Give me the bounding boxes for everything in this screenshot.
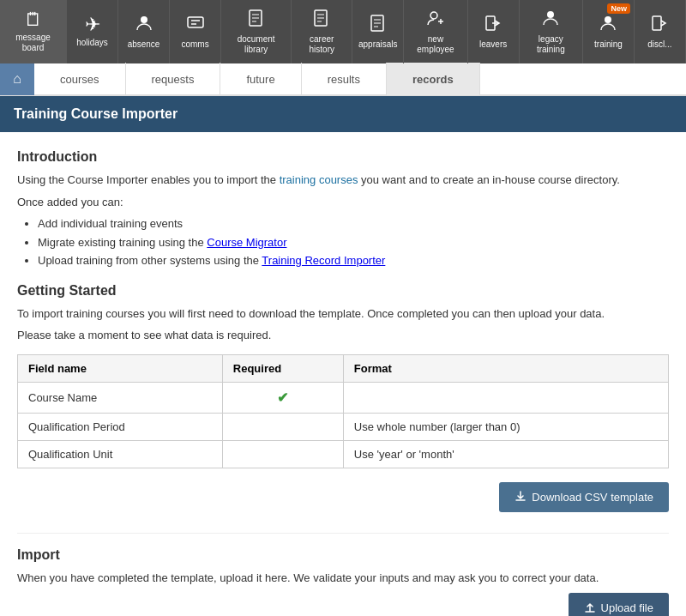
training-record-importer-link[interactable]: Training Record Importer — [262, 254, 385, 267]
nav-label-training: training — [594, 39, 623, 50]
format-qual-unit: Use 'year' or 'month' — [343, 440, 668, 468]
message-board-icon: 🗒 — [24, 10, 43, 29]
nav-label-career-history: career history — [300, 34, 343, 55]
page-title: Training Course Importer — [14, 106, 178, 121]
import-title: Import — [17, 547, 669, 563]
section-divider — [17, 533, 669, 534]
nav-label-message-board: message board — [9, 33, 57, 53]
training-icon — [599, 14, 617, 36]
getting-started-title: Getting Started — [17, 283, 669, 299]
upload-icon — [584, 602, 596, 614]
field-name-qual-period: Qualification Period — [18, 413, 223, 440]
nav-item-message-board[interactable]: 🗒 message board — [0, 0, 67, 63]
field-table: Field name Required Format Course Name ✔… — [17, 354, 669, 468]
table-row: Qualification Unit Use 'year' or 'month' — [18, 440, 669, 468]
holidays-icon: ✈ — [85, 15, 100, 34]
upload-file-button[interactable]: Upload file — [569, 593, 669, 616]
import-paragraph: When you have completed the template, up… — [17, 570, 669, 587]
list-item-1: Add individual training events — [38, 215, 669, 233]
nav-label-discl: discl... — [647, 39, 671, 50]
svg-point-5 — [430, 12, 437, 19]
required-qual-unit — [222, 440, 343, 468]
home-icon: ⌂ — [13, 71, 21, 87]
svg-point-7 — [547, 11, 554, 18]
leavers-icon — [484, 14, 502, 36]
table-header-row: Field name Required Format — [18, 354, 669, 382]
nav-item-absence[interactable]: absence — [118, 0, 170, 63]
nav-label-document-library: document library — [230, 34, 282, 55]
home-button[interactable]: ⌂ — [0, 63, 34, 95]
legacy-training-icon — [541, 9, 560, 31]
absence-icon — [135, 14, 153, 36]
upload-btn-row: Upload file — [17, 593, 669, 616]
nav-label-new-employee: new employee — [412, 34, 458, 55]
tab-records[interactable]: records — [387, 63, 480, 95]
download-btn-row: Download CSV template — [17, 482, 669, 512]
download-csv-button[interactable]: Download CSV template — [499, 482, 669, 512]
svg-rect-1 — [188, 17, 203, 27]
nav-label-comms: comms — [181, 39, 208, 50]
nav-item-leavers[interactable]: leavers — [468, 0, 520, 63]
list-item-3: Upload training from other systems using… — [38, 252, 669, 269]
field-name-qual-unit: Qualification Unit — [18, 440, 223, 468]
svg-rect-9 — [653, 16, 661, 30]
document-library-icon — [247, 9, 266, 31]
table-row: Course Name ✔ — [18, 382, 669, 413]
getting-started-paragraph1: To import training courses you will firs… — [17, 305, 669, 323]
nav-item-document-library[interactable]: document library — [221, 0, 292, 63]
discl-icon — [650, 14, 669, 36]
nav-item-legacy-training[interactable]: legacy training — [520, 0, 583, 63]
required-course-name: ✔ — [222, 382, 343, 413]
introduction-subtext: Once added you can: — [17, 194, 669, 211]
new-employee-icon — [426, 9, 445, 31]
checkmark-icon: ✔ — [277, 390, 288, 405]
svg-point-0 — [141, 16, 147, 23]
nav-label-legacy-training: legacy training — [528, 34, 574, 55]
comms-icon — [186, 14, 205, 36]
introduction-title: Introduction — [17, 149, 669, 165]
nav-label-appraisals: appraisals — [358, 39, 398, 50]
nav-item-appraisals[interactable]: appraisals — [352, 0, 404, 63]
required-qual-period — [222, 413, 343, 440]
course-migrator-link[interactable]: Course Migrator — [207, 236, 286, 249]
svg-point-8 — [605, 16, 611, 23]
main-content: Introduction Using the Course Importer e… — [0, 132, 686, 616]
nav-item-comms[interactable]: comms — [170, 0, 221, 63]
nav-item-career-history[interactable]: career history — [292, 0, 352, 63]
tab-requests[interactable]: requests — [126, 63, 221, 95]
nav-label-leavers: leavers — [479, 39, 507, 50]
introduction-paragraph: Using the Course Importer enables you to… — [17, 172, 669, 189]
career-history-icon — [312, 9, 331, 31]
upload-btn-label: Upload file — [601, 601, 653, 614]
format-course-name — [343, 382, 668, 413]
nav-item-holidays[interactable]: ✈ holidays — [67, 0, 118, 63]
tab-courses[interactable]: courses — [34, 63, 126, 95]
feature-list: Add individual training events Migrate e… — [38, 215, 669, 269]
nav-label-holidays: holidays — [76, 38, 108, 48]
field-name-course-name: Course Name — [18, 382, 223, 413]
nav-item-training[interactable]: New training — [583, 0, 635, 63]
download-btn-label: Download CSV template — [532, 491, 653, 504]
top-navigation: 🗒 message board ✈ holidays absence comms… — [0, 0, 686, 63]
page-header: Training Course Importer — [0, 96, 686, 132]
download-icon — [514, 491, 527, 503]
new-badge: New — [607, 3, 630, 14]
tab-future[interactable]: future — [220, 63, 301, 95]
tab-results[interactable]: results — [302, 63, 387, 95]
table-row: Qualification Period Use whole number (l… — [18, 413, 669, 440]
list-item-2: Migrate existing training using the Cour… — [38, 234, 669, 251]
appraisals-icon — [369, 14, 388, 36]
col-required: Required — [222, 354, 343, 382]
col-format: Format — [343, 354, 668, 382]
nav-item-discl[interactable]: discl... — [635, 0, 686, 63]
col-field-name: Field name — [18, 354, 223, 382]
secondary-navigation: ⌂ courses requests future results record… — [0, 63, 686, 96]
getting-started-paragraph2: Please take a moment to see what data is… — [17, 327, 669, 344]
nav-item-new-employee[interactable]: new employee — [404, 0, 467, 63]
format-qual-period: Use whole number (larger than 0) — [343, 413, 668, 440]
nav-label-absence: absence — [128, 39, 160, 50]
